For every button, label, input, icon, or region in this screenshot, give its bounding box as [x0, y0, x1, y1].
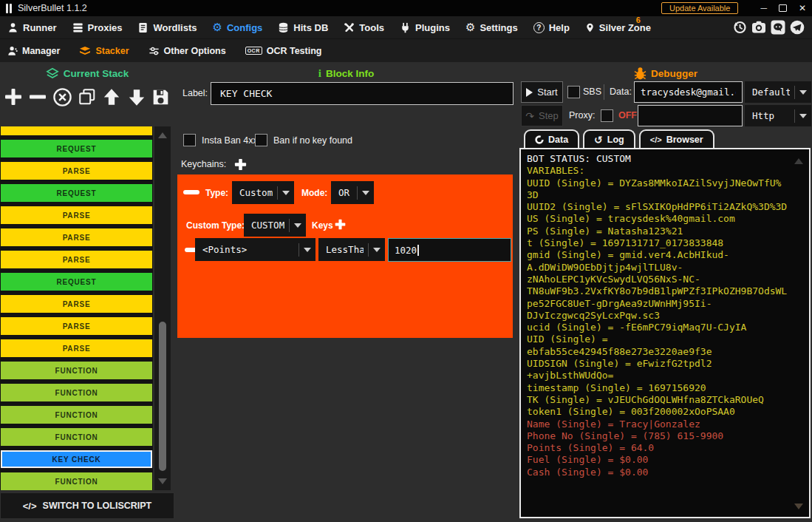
move-up-icon[interactable]	[100, 85, 123, 109]
stack-block-function[interactable]: FUNCTION	[1, 406, 152, 424]
stack-block-function[interactable]: FUNCTION	[1, 428, 152, 446]
stacker-icon	[79, 46, 91, 56]
tab-data[interactable]: Data	[524, 129, 579, 149]
keychain-panel: Type: Custom Mode: OR Custom Type	[177, 174, 513, 338]
stack-block-request[interactable]: REQUEST	[1, 184, 152, 202]
debugger-log-output[interactable]: BOT STATUS: CUSTOMVARIABLES:UUID (Single…	[519, 148, 811, 518]
data-input[interactable]	[634, 81, 743, 103]
submenu-item-manager[interactable]: Manager	[7, 46, 60, 56]
log-scroll-up-icon[interactable]	[794, 158, 803, 164]
tab-browser[interactable]: </> Browser	[639, 129, 714, 149]
update-available-button[interactable]: Update Available	[661, 2, 738, 14]
stack-block[interactable]	[1, 126, 152, 135]
key-condition-dropdown[interactable]: LessThan	[318, 238, 385, 261]
log-scroll-down-icon[interactable]	[794, 504, 803, 509]
ban-no-key-checkbox[interactable]	[255, 134, 267, 146]
add-keychain-icon[interactable]	[233, 157, 248, 172]
close-button[interactable]: ✕	[799, 4, 806, 13]
key-value-input[interactable]: 1020	[388, 238, 511, 262]
menu-item-tools[interactable]: Tools	[344, 22, 384, 33]
proxy-type-dropdown[interactable]: Http	[745, 105, 811, 126]
menu-item-hits-db[interactable]: Hits DB	[278, 22, 328, 33]
maximize-button[interactable]	[779, 4, 787, 12]
telegram-icon[interactable]	[789, 20, 805, 35]
start-button[interactable]: Start	[521, 81, 563, 103]
remove-icon[interactable]	[27, 85, 49, 109]
save-icon[interactable]	[150, 85, 172, 109]
text-caret	[417, 245, 419, 256]
bug-icon	[634, 67, 646, 80]
step-arrow-icon: ↷	[525, 110, 534, 122]
menu-item-configs[interactable]: ⚙ Configs	[212, 22, 262, 33]
debugger-row-2: ↷ Step Proxy: OFF Http	[519, 105, 812, 127]
proxy-input[interactable]	[638, 105, 743, 126]
stack-block-function[interactable]: FUNCTION	[1, 472, 152, 490]
keychains-row: Keychains:	[177, 155, 515, 173]
stack-block-parse[interactable]: PARSE	[1, 251, 152, 268]
stack-block-parse[interactable]: PARSE	[1, 317, 152, 335]
insta-ban-checkbox[interactable]	[183, 134, 196, 146]
clear-icon[interactable]	[52, 85, 74, 109]
hits-db-icon	[278, 22, 289, 33]
tab-log[interactable]: ↺ Log	[583, 129, 635, 149]
switch-to-loliscript-button[interactable]: </> SWITCH TO LOLISCRIPT	[0, 492, 174, 519]
keychain-type-dropdown[interactable]: Custom	[232, 181, 294, 204]
scroll-up-icon[interactable]	[158, 132, 167, 138]
keychain-mode-dropdown[interactable]: OR	[331, 181, 374, 204]
main-menu: Runner Proxies Wordlists ⚙ Configs Hits …	[0, 16, 812, 38]
custom-type-dropdown[interactable]: CUSTOM	[244, 214, 306, 237]
utility-icons	[731, 20, 805, 35]
wordlists-icon	[137, 22, 149, 33]
block-info-panel: i Block Info Label: Insta Ban 4xx Ban if…	[177, 62, 515, 522]
block-label-input[interactable]	[211, 82, 514, 105]
stack-scrollbar[interactable]	[154, 126, 171, 490]
camera-icon[interactable]	[751, 20, 766, 35]
submenu-item-stacker[interactable]: Stacker	[79, 46, 129, 56]
clone-icon[interactable]	[76, 85, 98, 109]
menu-item-silver-zone[interactable]: 6 Silver Zone	[585, 22, 651, 33]
log-line: US (Single) = tracysdesk%40gmail.com	[527, 213, 803, 225]
wordlist-type-dropdown[interactable]: Default	[745, 81, 811, 103]
minimize-button[interactable]: ─	[760, 4, 767, 13]
step-button[interactable]: ↷ Step	[521, 105, 563, 126]
sbs-label: SBS	[583, 87, 601, 97]
add-key-icon[interactable]	[334, 218, 347, 231]
scrollbar-thumb[interactable]	[159, 322, 166, 471]
menu-item-settings[interactable]: ⚙ Settings	[465, 22, 518, 33]
stack-block-function[interactable]: FUNCTION	[1, 362, 152, 379]
history-icon[interactable]	[731, 20, 747, 35]
remove-keychain-icon[interactable]	[183, 190, 199, 194]
menu-item-plugins[interactable]: Plugins	[400, 22, 450, 33]
insta-ban-label: Insta Ban 4xx	[202, 135, 258, 146]
menu-item-runner[interactable]: Runner	[7, 22, 57, 33]
move-down-icon[interactable]	[126, 85, 148, 109]
log-line: Fuel (Single) = $0.00	[527, 454, 803, 466]
menu-item-wordlists[interactable]: Wordlists	[137, 22, 197, 33]
stack-block-function[interactable]: FUNCTION	[1, 384, 152, 401]
debugger-header: Debugger	[519, 67, 812, 80]
add-icon[interactable]	[2, 85, 24, 109]
key-source-dropdown[interactable]: <Points>	[195, 238, 315, 261]
discord-icon[interactable]	[770, 20, 785, 35]
proxies-icon	[72, 22, 83, 33]
proxy-checkbox[interactable]	[601, 109, 613, 122]
stack-toolbar	[0, 81, 174, 112]
menu-item-proxies[interactable]: Proxies	[72, 22, 123, 33]
label-caption: Label:	[182, 88, 208, 98]
stack-block-parse[interactable]: PARSE	[1, 162, 152, 180]
title-bar: SilverBullet 1.1.2 Update Available ─ ✕	[0, 0, 812, 16]
stack-block-request[interactable]: REQUEST	[1, 273, 152, 291]
sbs-checkbox[interactable]	[567, 86, 580, 98]
scroll-down-icon[interactable]	[158, 478, 167, 484]
stack-block-request[interactable]: REQUEST	[1, 140, 152, 157]
stack-block-parse[interactable]: PARSE	[1, 228, 152, 246]
menu-item-help[interactable]: ? Help	[533, 22, 570, 33]
stack-block-parse[interactable]: PARSE	[1, 206, 152, 224]
code-icon: </>	[23, 501, 37, 512]
stack-block-parse[interactable]: PARSE	[1, 339, 152, 357]
stack-block-parse[interactable]: PARSE	[1, 295, 152, 313]
stack-block-key-check[interactable]: KEY CHECK	[1, 450, 152, 468]
submenu-item-other-options[interactable]: Other Options	[149, 46, 226, 56]
submenu-item-ocr-testing[interactable]: OCR OCR Testing	[245, 46, 322, 56]
info-icon: i	[318, 67, 321, 80]
